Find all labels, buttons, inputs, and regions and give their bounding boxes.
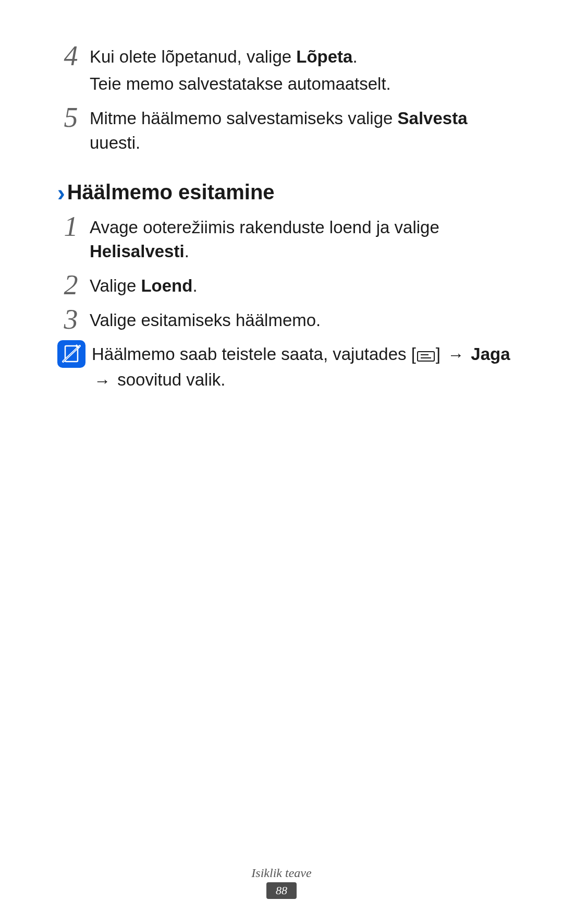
step-body: Valige Loend. <box>90 271 198 301</box>
arrow-right-icon: → <box>94 369 111 393</box>
note-block: Häälmemo saab teistele saata, vajutades … <box>57 340 511 393</box>
step-body: Valige esitamiseks häälmemo. <box>90 305 321 335</box>
note-pre-text: Häälmemo saab teistele saata, vajutades … <box>92 344 416 364</box>
step-number: 5 <box>57 103 84 131</box>
step-number: 4 <box>57 42 84 70</box>
chevron-right-icon: › <box>57 182 65 205</box>
main-steps-list: 1Avage ooterežiimis rakenduste loend ja … <box>57 212 511 336</box>
page-footer: Isiklik teave 88 <box>0 866 563 899</box>
step-row: 2Valige Loend. <box>57 271 511 301</box>
page-number-badge: 88 <box>266 882 297 899</box>
step-line: Valige Loend. <box>90 274 198 298</box>
note-jaga-label: Jaga <box>471 344 510 364</box>
note-post-bracket: ] <box>436 344 445 364</box>
step-row: 5Mitme häälmemo salvestamiseks valige Sa… <box>57 103 511 158</box>
footer-section-label: Isiklik teave <box>0 866 563 880</box>
step-line: Kui olete lõpetanud, valige Lõpeta. <box>90 45 391 69</box>
step-row: 3Valige esitamiseks häälmemo. <box>57 305 511 335</box>
step-body: Mitme häälmemo salvestamiseks valige Sal… <box>90 103 511 158</box>
upper-steps-list: 4Kui olete lõpetanud, valige Lõpeta.Teie… <box>57 42 511 158</box>
section-heading: › Häälmemo esitamine <box>57 180 511 204</box>
step-number: 1 <box>57 212 84 241</box>
document-page: 4Kui olete lõpetanud, valige Lõpeta.Teie… <box>0 0 563 924</box>
note-tail-text: soovitud valik. <box>117 370 225 389</box>
step-line: Avage ooterežiimis rakenduste loend ja v… <box>90 215 511 263</box>
note-icon <box>57 340 85 368</box>
step-row: 4Kui olete lõpetanud, valige Lõpeta.Teie… <box>57 42 511 99</box>
step-line: Teie memo salvestatakse automaatselt. <box>90 72 391 96</box>
step-body: Kui olete lõpetanud, valige Lõpeta.Teie … <box>90 42 391 99</box>
step-line: Valige esitamiseks häälmemo. <box>90 308 321 332</box>
step-line: Mitme häälmemo salvestamiseks valige Sal… <box>90 106 511 154</box>
step-row: 1Avage ooterežiimis rakenduste loend ja … <box>57 212 511 267</box>
step-number: 2 <box>57 271 84 299</box>
step-number: 3 <box>57 305 84 333</box>
section-heading-text: Häälmemo esitamine <box>67 181 275 204</box>
menu-key-icon <box>417 344 435 368</box>
arrow-right-icon: → <box>447 343 464 367</box>
step-body: Avage ooterežiimis rakenduste loend ja v… <box>90 212 511 267</box>
note-text: Häälmemo saab teistele saata, vajutades … <box>92 340 511 393</box>
svg-rect-3 <box>418 352 434 361</box>
